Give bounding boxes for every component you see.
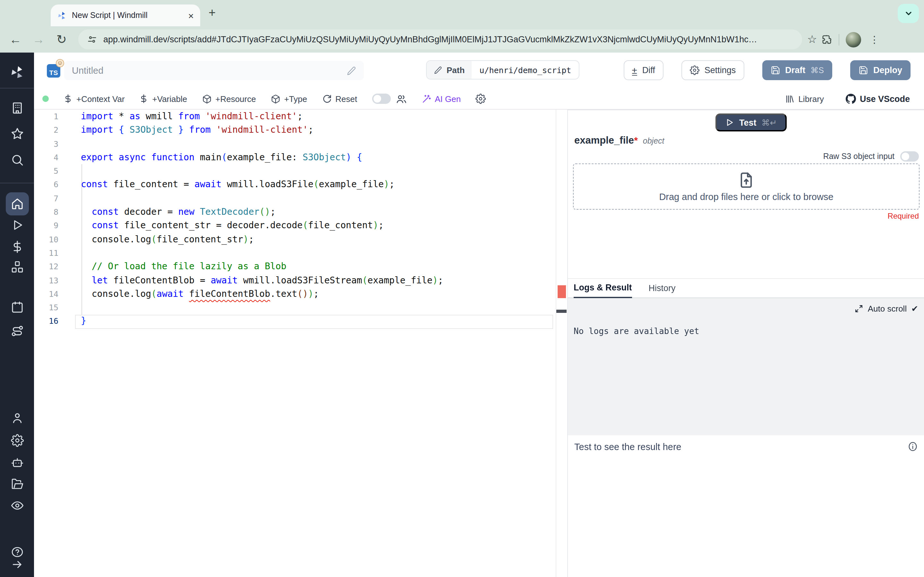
no-logs-text: No logs are available yet bbox=[573, 326, 699, 336]
expand-sidebar-arrow-icon[interactable] bbox=[11, 558, 23, 571]
argument-name: example_file bbox=[574, 135, 634, 145]
users-icon bbox=[396, 93, 407, 104]
sidebar-item-audit-logs[interactable] bbox=[10, 499, 24, 512]
sidebar-item-settings[interactable] bbox=[11, 434, 23, 447]
diff-button[interactable]: ± Diff bbox=[624, 60, 664, 80]
settings-button[interactable]: Settings bbox=[682, 60, 744, 80]
code-line[interactable]: 6const file_content = await wmill.loadS3… bbox=[34, 178, 567, 192]
info-icon[interactable] bbox=[907, 441, 918, 452]
code-line[interactable]: 5 bbox=[34, 164, 567, 178]
package-icon bbox=[202, 94, 212, 103]
raw-s3-toggle[interactable] bbox=[900, 151, 919, 161]
line-number: 12 bbox=[34, 260, 58, 274]
profile-avatar[interactable] bbox=[846, 32, 861, 47]
code-line[interactable]: 2import { S3Object } from 'windmill-clie… bbox=[34, 123, 567, 137]
sidebar bbox=[0, 53, 34, 577]
code-line[interactable]: 14 console.log(await fileContentBlob.tex… bbox=[34, 287, 567, 301]
code-line[interactable]: 9 const file_content_str = decoder.decod… bbox=[34, 219, 567, 233]
add-type-button[interactable]: +Type bbox=[271, 94, 307, 103]
extensions-puzzle-icon[interactable] bbox=[822, 34, 833, 45]
sidebar-item-flows[interactable] bbox=[10, 324, 24, 338]
sidebar-item-home[interactable] bbox=[5, 192, 29, 215]
site-settings-icon[interactable] bbox=[87, 35, 97, 44]
context-var-label: +Context Var bbox=[76, 94, 125, 103]
sidebar-item-favorites[interactable] bbox=[10, 127, 24, 140]
code-line[interactable]: 10 console.log(file_content_str); bbox=[34, 232, 567, 246]
code-line[interactable]: 4export async function main(example_file… bbox=[34, 151, 567, 164]
reload-icon[interactable]: ↻ bbox=[50, 32, 73, 47]
use-vscode-button[interactable]: Use VScode bbox=[846, 93, 910, 104]
address-bar[interactable]: app.windmill.dev/scripts/add#JTdCJTIyaGF… bbox=[78, 29, 802, 49]
auto-scroll-control[interactable]: Auto scroll ✔ bbox=[855, 304, 918, 314]
sidebar-item-users[interactable] bbox=[11, 412, 23, 424]
code-line[interactable]: 13 let fileContentBlob = await wmill.loa… bbox=[34, 274, 567, 287]
test-button[interactable]: Test ⌘↵ bbox=[716, 113, 787, 131]
edit-title-pencil-icon[interactable] bbox=[347, 66, 356, 75]
library-button[interactable]: Library bbox=[785, 94, 824, 103]
library-icon bbox=[785, 94, 795, 103]
github-icon bbox=[846, 93, 856, 104]
dropzone-text: Drag and drop files here or click to bro… bbox=[659, 191, 833, 201]
divider bbox=[839, 34, 840, 45]
line-number: 13 bbox=[34, 274, 58, 287]
add-resource-button[interactable]: +Resource bbox=[202, 94, 256, 103]
help-icon[interactable] bbox=[10, 546, 24, 559]
path-group[interactable]: Path u/henri/demo_script bbox=[426, 60, 580, 79]
sidebar-item-schedules[interactable] bbox=[11, 301, 23, 314]
code-line[interactable]: 1import * as wmill from 'windmill-client… bbox=[34, 110, 567, 123]
tab-history[interactable]: History bbox=[649, 284, 676, 298]
auto-scroll-label: Auto scroll bbox=[868, 304, 907, 314]
browser-menu-icon[interactable]: ⋮ bbox=[866, 34, 883, 45]
windmill-logo-icon[interactable] bbox=[9, 65, 25, 80]
search-icon[interactable] bbox=[10, 153, 24, 167]
windmill-app: TS ☺ Untitled Path bbox=[0, 53, 924, 577]
editor-settings-gear-icon[interactable] bbox=[475, 93, 486, 104]
path-label: Path bbox=[447, 65, 465, 75]
file-dropzone[interactable]: Drag and drop files here or click to bro… bbox=[573, 163, 919, 210]
bookmark-star-icon[interactable]: ☆ bbox=[807, 33, 817, 46]
draft-button[interactable]: Draft ⌘S bbox=[762, 60, 832, 80]
test-kbd: ⌘↵ bbox=[762, 118, 777, 127]
forward-icon[interactable]: → bbox=[27, 32, 50, 47]
code-line[interactable]: 8 const decoder = new TextDecoder(); bbox=[34, 205, 567, 219]
new-tab-icon[interactable]: + bbox=[208, 6, 216, 19]
code-line[interactable]: 11 bbox=[34, 246, 567, 260]
script-title-input[interactable]: Untitled bbox=[64, 61, 364, 80]
path-label-segment[interactable]: Path bbox=[427, 61, 472, 79]
code-line[interactable]: 7 bbox=[34, 192, 567, 205]
code-line[interactable]: 12 // Or load the file lazily as a Blob bbox=[34, 260, 567, 274]
code-line[interactable]: 3 bbox=[34, 137, 567, 151]
sidebar-item-runs[interactable] bbox=[11, 219, 23, 231]
url-text[interactable]: app.windmill.dev/scripts/add#JTdCJTIyaGF… bbox=[103, 35, 793, 44]
browser-tab[interactable]: New Script | Windmill × bbox=[51, 5, 200, 26]
sidebar-item-folders[interactable] bbox=[10, 477, 24, 490]
sidebar-item-resources[interactable] bbox=[10, 260, 24, 274]
overview-ruler[interactable] bbox=[556, 110, 567, 577]
deploy-button[interactable]: Deploy bbox=[850, 60, 911, 80]
code-line[interactable]: 15 bbox=[34, 301, 567, 314]
sidebar-item-variables[interactable] bbox=[11, 240, 23, 253]
sidebar-item-workspace[interactable] bbox=[10, 101, 24, 115]
code-line[interactable]: 16} bbox=[34, 314, 567, 328]
emoji-badge-icon: ☺ bbox=[56, 59, 64, 67]
tab-close-icon[interactable]: × bbox=[188, 11, 194, 20]
reset-button[interactable]: Reset bbox=[322, 94, 357, 103]
logs-area: Auto scroll ✔ No logs are available yet bbox=[568, 298, 924, 435]
add-variable-button[interactable]: +Variable bbox=[140, 94, 187, 103]
add-context-var-button[interactable]: +Context Var bbox=[63, 94, 125, 103]
back-icon[interactable]: ← bbox=[4, 32, 27, 47]
magic-wand-icon bbox=[421, 94, 431, 103]
sidebar-item-workers[interactable] bbox=[10, 456, 24, 469]
browser-tab-strip: New Script | Windmill × + bbox=[0, 0, 924, 26]
test-label: Test bbox=[739, 118, 756, 127]
pair-programming-toggle[interactable] bbox=[372, 93, 391, 104]
chrome-chevron-down-icon[interactable] bbox=[898, 4, 919, 23]
ai-gen-button[interactable]: AI Gen bbox=[421, 94, 461, 103]
code-lines[interactable]: 1import * as wmill from 'windmill-client… bbox=[34, 110, 567, 328]
tab-logs-result[interactable]: Logs & Result bbox=[573, 283, 632, 298]
code-editor[interactable]: 1import * as wmill from 'windmill-client… bbox=[34, 110, 567, 577]
plus-minus-icon: ± bbox=[632, 65, 637, 75]
script-title[interactable]: Untitled bbox=[72, 65, 347, 76]
header-buttons: ± Diff Settings bbox=[624, 60, 911, 80]
path-value[interactable]: u/henri/demo_script bbox=[472, 61, 579, 79]
